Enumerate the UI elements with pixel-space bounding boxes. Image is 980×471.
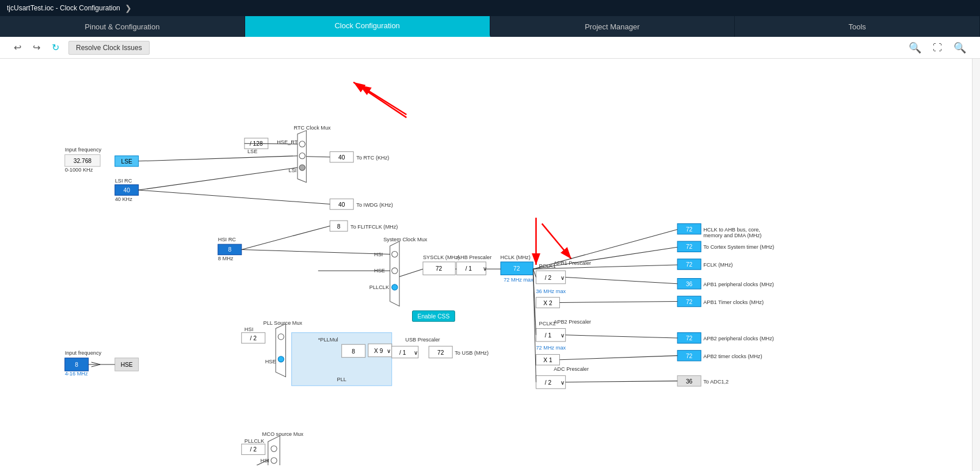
x1-to-timer2-line bbox=[559, 356, 677, 360]
sysclk-value: 72 bbox=[436, 265, 443, 272]
pll-mul-label: *PLLMul bbox=[318, 337, 338, 343]
mco-pllclk-label: PLLCLK bbox=[245, 438, 265, 444]
hsi-rc-label: HSI RC bbox=[218, 237, 237, 242]
apb2-to-periph-line bbox=[566, 335, 677, 338]
lsi-to-iwdg-line bbox=[139, 190, 330, 204]
apb1-timer-label: APB1 Timer clocks (MHz) bbox=[703, 299, 764, 305]
mco-mux-radio-2[interactable] bbox=[271, 458, 277, 464]
to-iwdg-label: To IWDG (KHz) bbox=[356, 202, 392, 208]
tab-pinout[interactable]: Pinout & Configuration bbox=[0, 16, 245, 37]
zoom-out-button[interactable]: 🔍 bbox=[951, 40, 968, 55]
lsi-value: 40 bbox=[123, 187, 130, 193]
mco-line bbox=[211, 460, 268, 465]
sys-mux-radio-1[interactable] bbox=[392, 251, 398, 257]
apb1-max: 36 MHz max bbox=[536, 288, 566, 294]
sys-mux-radio-3[interactable] bbox=[392, 284, 398, 290]
hclk-ahb-value: 72 bbox=[686, 226, 693, 233]
adc-dropdown-arrow: ∨ bbox=[560, 379, 565, 386]
to-flitfclk-label: To FLITFCLK (MHz) bbox=[350, 224, 398, 230]
mco-hsi-label: HSI bbox=[260, 458, 269, 464]
clock-diagram: Input frequency 32.768 0-1000 KHz LSE LS… bbox=[0, 59, 972, 471]
mco-mux-radio-1[interactable] bbox=[271, 446, 277, 451]
apb2-dropdown-arrow: ∨ bbox=[560, 332, 565, 339]
mco-div2-label: / 2 bbox=[250, 446, 257, 453]
to-iwdg-value: 40 bbox=[338, 202, 345, 208]
hsi-unit: 8 MHz bbox=[218, 256, 234, 261]
usb-output-label: To USB (MHz) bbox=[455, 350, 489, 356]
redo-button[interactable]: ↪ bbox=[30, 41, 43, 54]
lse-to-mux-line bbox=[139, 156, 298, 161]
lse-label: LSE bbox=[121, 158, 132, 165]
pclk2-label: PCLK2 bbox=[539, 321, 556, 326]
adc-prescaler-value: / 2 bbox=[545, 379, 552, 386]
svg-line-0 bbox=[353, 82, 406, 117]
apb2-prescaler-label: APB2 Prescaler bbox=[554, 319, 591, 325]
tab-project[interactable]: Project Manager bbox=[490, 16, 735, 37]
apb2-periph-label: APB2 peripheral clocks (MHz) bbox=[703, 336, 774, 341]
title-bar: tjcUsartTest.ioc - Clock Configuration ❯ bbox=[0, 0, 980, 16]
apb2-max: 72 MHz max bbox=[536, 345, 566, 351]
lsi-conn-label: LSI bbox=[289, 168, 297, 173]
adc-prescaler-label: ADC Prescaler bbox=[554, 366, 589, 372]
hsi-value: 8 bbox=[228, 246, 231, 253]
pll-label: PLL bbox=[337, 377, 346, 382]
annotation-arrow2 bbox=[542, 223, 571, 259]
nav-tabs: Pinout & Configuration Clock Configurati… bbox=[0, 16, 980, 37]
tab-tools[interactable]: Tools bbox=[735, 16, 980, 37]
red-arrow-1 bbox=[359, 85, 406, 115]
apb1-timer-value: 72 bbox=[686, 299, 693, 305]
cortex-timer-value: 72 bbox=[686, 244, 693, 250]
pll-mul-value: X 9 bbox=[374, 348, 383, 354]
usb-div-value: / 1 bbox=[399, 350, 406, 356]
x1-label: X 1 bbox=[543, 357, 552, 363]
hsi-to-flitfclk-line bbox=[242, 226, 330, 249]
refresh-button[interactable]: ↻ bbox=[49, 41, 62, 54]
hclk-ahb-label: HCLK to AHB bus, core, bbox=[703, 227, 760, 233]
apb1-periph-label: APB1 peripheral clocks (MHz) bbox=[703, 282, 774, 287]
rtc-mux-radio-1[interactable] bbox=[299, 141, 305, 147]
resolve-clock-button[interactable]: Resolve Clock Issues bbox=[68, 41, 150, 55]
main-content: Input frequency 32.768 0-1000 KHz LSE LS… bbox=[0, 59, 980, 471]
ahb-prescaler-value: / 1 bbox=[466, 265, 472, 272]
pll-mux-radio-2[interactable] bbox=[278, 356, 284, 362]
hclk-ahb-label2: memory and DMA (MHz) bbox=[703, 233, 761, 238]
hclk-value: 72 bbox=[513, 265, 520, 272]
apb2-prescaler-value: / 1 bbox=[545, 332, 552, 339]
pll-source-mux-shape bbox=[276, 324, 285, 377]
apb2-timer-label: APB2 timer clocks (MHz) bbox=[703, 354, 762, 359]
rtc-mux-radio-2[interactable] bbox=[299, 153, 305, 159]
fclk-value: 72 bbox=[686, 261, 693, 268]
fclk-label: FCLK (MHz) bbox=[703, 262, 733, 268]
pll-mul-arrow: ∨ bbox=[387, 348, 391, 354]
div2-label: / 2 bbox=[250, 335, 257, 341]
hse-label: HSE bbox=[121, 362, 133, 368]
sys-mux-radio-2[interactable] bbox=[392, 268, 398, 274]
lsi-unit: 40 KHz bbox=[115, 196, 133, 202]
to-rtc-value: 40 bbox=[338, 154, 345, 161]
apb1-prescaler-value: / 2 bbox=[545, 275, 552, 281]
right-scrollbar[interactable] bbox=[972, 59, 980, 471]
zoom-in-button[interactable]: 🔍 bbox=[906, 40, 924, 55]
hclk-max: 72 MHz max bbox=[504, 277, 533, 283]
undo-button[interactable]: ↩ bbox=[12, 41, 24, 54]
rtc-mux-radio-3[interactable] bbox=[299, 165, 305, 170]
lsi-rc-label: LSI RC bbox=[115, 178, 132, 184]
tab-clock[interactable]: Clock Configuration bbox=[245, 16, 490, 37]
title-text: tjcUsartTest.ioc - Clock Configuration bbox=[7, 4, 120, 12]
annotation-arrow bbox=[353, 82, 406, 117]
sys-mux-to-sysclk-line bbox=[399, 269, 423, 276]
mux-to-rtc-line bbox=[306, 157, 330, 157]
apb1-dropdown-arrow: ∨ bbox=[560, 275, 565, 281]
usb-prescaler-label: USB Prescaler bbox=[405, 337, 440, 343]
input-freq-value-2: 8 bbox=[75, 362, 78, 368]
apb1-periph-value: 36 bbox=[686, 281, 693, 287]
pllclk-sys-label: PLLCLK bbox=[369, 284, 390, 290]
adc-to-output-line bbox=[566, 381, 677, 382]
hsi-div2-label: HSI bbox=[245, 326, 253, 332]
pll-mux-radio-1[interactable] bbox=[278, 334, 284, 340]
input-freq-value-1: 32.768 bbox=[74, 158, 92, 164]
hclk-label: HCLK (MHz) bbox=[501, 255, 531, 260]
usb-div-arrow: ∨ bbox=[414, 350, 418, 356]
pclk1-label: PCLK1 bbox=[539, 263, 556, 269]
fit-button[interactable]: ⛶ bbox=[931, 41, 944, 54]
